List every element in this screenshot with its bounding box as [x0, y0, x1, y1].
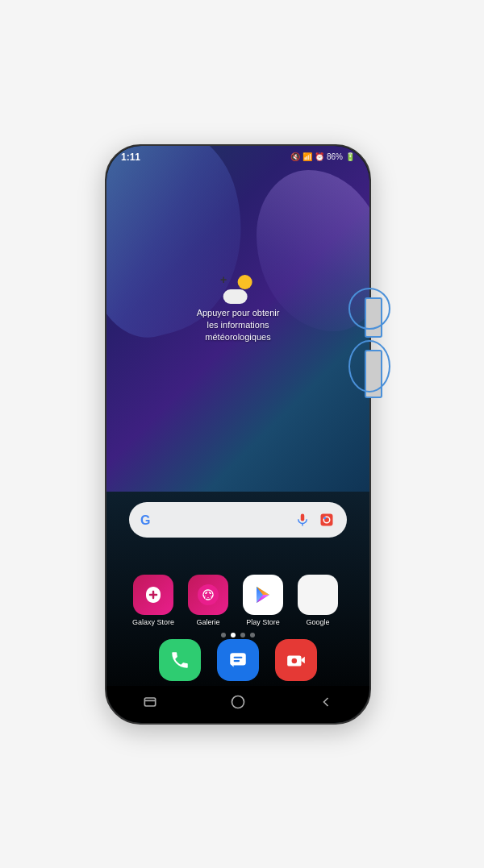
- svg-rect-8: [230, 653, 246, 665]
- page-indicators: [221, 633, 255, 638]
- weather-plus-icon: +: [220, 273, 227, 286]
- galaxy-store-icon: [133, 575, 173, 615]
- wifi-icon: 📶: [302, 152, 312, 161]
- svg-point-5: [323, 517, 326, 519]
- phone-frame: 1:11 🔇 📶 ⏰ 86% 🔋 +: [105, 144, 371, 725]
- status-icons: 🔇 📶 ⏰ 86% 🔋: [290, 152, 355, 161]
- svg-point-13: [292, 658, 298, 663]
- dock-messages[interactable]: [217, 639, 259, 681]
- svg-rect-1: [301, 513, 305, 521]
- svg-rect-10: [234, 660, 240, 662]
- play-store-label: Play Store: [246, 618, 280, 626]
- app-play-store[interactable]: Play Store: [239, 575, 287, 626]
- weather-widget[interactable]: + Appuyer pour obtenir les informations …: [197, 275, 280, 344]
- dock-phone[interactable]: [159, 639, 201, 681]
- svg-rect-9: [234, 656, 243, 658]
- phone-screen: 1:11 🔇 📶 ⏰ 86% 🔋 +: [106, 146, 369, 723]
- dot-3: [240, 633, 245, 638]
- search-bar[interactable]: G: [129, 502, 347, 538]
- nav-bar: [106, 686, 369, 723]
- galaxy-store-label: Galaxy Store: [132, 618, 174, 626]
- galerie-label: Galerie: [196, 618, 219, 626]
- svg-rect-14: [145, 698, 156, 706]
- app-google[interactable]: Google: [294, 575, 342, 626]
- dot-4: [250, 633, 255, 638]
- nav-back-button[interactable]: [318, 694, 334, 714]
- cloud-icon: [223, 289, 248, 304]
- dock: [159, 639, 317, 681]
- dot-2: [231, 633, 236, 638]
- app-galerie[interactable]: Galerie: [184, 575, 232, 626]
- sun-icon: [238, 275, 252, 289]
- nav-recent-button[interactable]: [142, 694, 158, 714]
- play-store-icon: [243, 575, 283, 615]
- svg-rect-3: [321, 513, 333, 525]
- dock-camera[interactable]: [275, 639, 317, 681]
- microphone-icon[interactable]: [294, 511, 311, 529]
- weather-text: Appuyer pour obtenir les informations mé…: [197, 307, 280, 344]
- volume-up-indicator: [348, 288, 390, 330]
- galerie-icon: [188, 575, 228, 615]
- google-label: Google: [306, 618, 329, 626]
- google-icon: [298, 575, 338, 615]
- battery-icon: 🔋: [345, 152, 355, 161]
- nav-home-button[interactable]: [230, 694, 246, 714]
- svg-point-16: [232, 696, 244, 708]
- page-wrapper: 1:11 🔇 📶 ⏰ 86% 🔋 +: [0, 0, 484, 868]
- svg-marker-12: [302, 656, 305, 663]
- volume-down-indicator: [348, 340, 390, 392]
- svg-text:G: G: [140, 513, 150, 527]
- alarm-icon: ⏰: [315, 152, 324, 161]
- status-time: 1:11: [121, 152, 140, 163]
- app-grid: Galaxy Store Galerie: [129, 575, 347, 626]
- google-logo: G: [140, 512, 156, 528]
- battery-level: 86%: [327, 152, 343, 161]
- app-galaxy-store[interactable]: Galaxy Store: [129, 575, 177, 626]
- google-lens-icon[interactable]: [318, 511, 336, 529]
- mute-icon: 🔇: [290, 152, 300, 161]
- dot-1: [221, 633, 226, 638]
- status-bar: 1:11 🔇 📶 ⏰ 86% 🔋: [106, 146, 369, 168]
- weather-icon: +: [223, 275, 252, 304]
- phone-container: 1:11 🔇 📶 ⏰ 86% 🔋 +: [105, 144, 379, 725]
